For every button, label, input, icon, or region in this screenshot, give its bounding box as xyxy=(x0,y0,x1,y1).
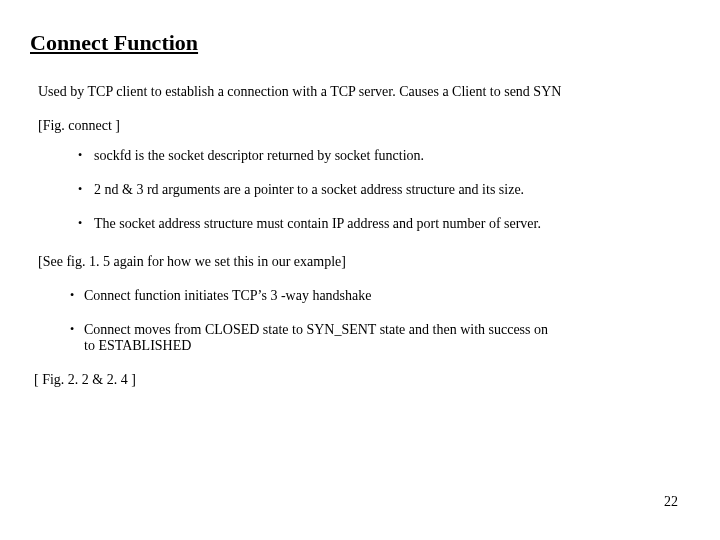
page-number: 22 xyxy=(664,494,678,510)
figure-reference: [ Fig. 2. 2 & 2. 4 ] xyxy=(34,372,690,388)
see-note: [See fig. 1. 5 again for how we set this… xyxy=(38,254,690,270)
list-item: Connect moves from CLOSED state to SYN_S… xyxy=(70,322,550,354)
intro-text: Used by TCP client to establish a connec… xyxy=(38,84,690,100)
list-item: sockfd is the socket descriptor returned… xyxy=(78,148,690,164)
bullet-list-1: sockfd is the socket descriptor returned… xyxy=(78,148,690,232)
figure-note: [Fig. connect ] xyxy=(38,118,690,134)
list-item: Connect function initiates TCP’s 3 -way … xyxy=(70,288,550,304)
bullet-list-2: Connect function initiates TCP’s 3 -way … xyxy=(70,288,690,354)
list-item: The socket address structure must contai… xyxy=(78,216,690,232)
list-item: 2 nd & 3 rd arguments are a pointer to a… xyxy=(78,182,690,198)
page-title: Connect Function xyxy=(30,30,690,56)
